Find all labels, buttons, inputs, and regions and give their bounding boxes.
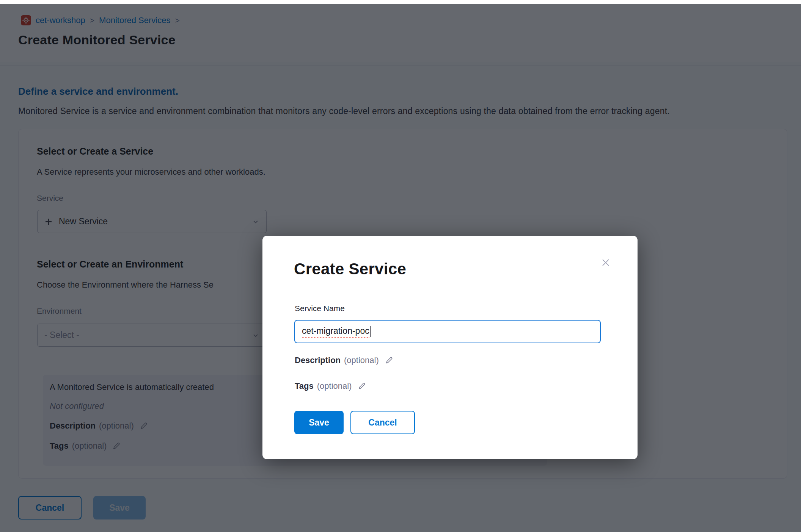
modal-save-button[interactable]: Save bbox=[294, 411, 344, 434]
edit-pencil-icon[interactable] bbox=[358, 382, 367, 391]
modal-title: Create Service bbox=[294, 260, 406, 278]
modal-cancel-button[interactable]: Cancel bbox=[350, 411, 415, 434]
modal-description-row: Description (optional) bbox=[295, 355, 394, 365]
optional-suffix: (optional) bbox=[317, 381, 352, 391]
service-name-value: cet-migration-poc bbox=[302, 326, 369, 338]
service-name-input[interactable]: cet-migration-poc bbox=[294, 320, 601, 343]
service-name-label: Service Name bbox=[295, 304, 345, 313]
tags-label: Tags bbox=[295, 381, 314, 391]
modal-tags-row: Tags (optional) bbox=[295, 381, 367, 391]
edit-pencil-icon[interactable] bbox=[385, 356, 394, 365]
screen: cet-workshop > Monitored Services > Crea… bbox=[0, 0, 801, 532]
optional-suffix: (optional) bbox=[344, 355, 379, 365]
text-caret bbox=[370, 326, 371, 337]
close-icon[interactable] bbox=[599, 256, 612, 269]
create-service-modal: Create Service Service Name cet-migratio… bbox=[262, 236, 638, 459]
description-label: Description bbox=[295, 355, 341, 365]
